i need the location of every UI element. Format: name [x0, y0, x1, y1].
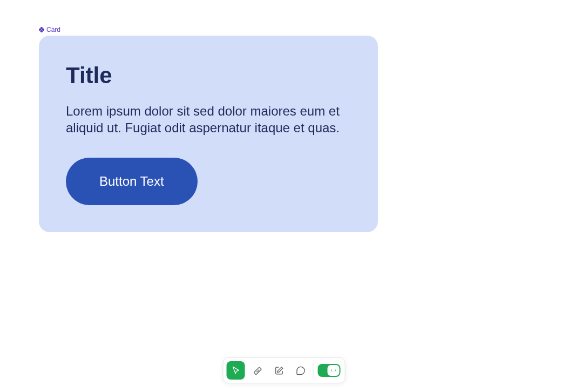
component-label[interactable]: Card: [39, 26, 529, 33]
component-label-text: Card: [46, 26, 60, 33]
comment-tool[interactable]: [292, 361, 310, 380]
svg-line-5: [256, 371, 257, 372]
measure-tool[interactable]: [248, 361, 267, 380]
toolbar-divider: [313, 363, 314, 378]
code-icon: [330, 367, 337, 374]
component-icon: [39, 27, 44, 32]
pencil-square-icon: [274, 366, 284, 376]
svg-line-7: [258, 369, 259, 370]
dev-mode-toggle[interactable]: [318, 364, 341, 377]
toolbar: [223, 357, 346, 383]
toggle-knob: [328, 365, 340, 376]
card-body: Lorem ipsum dolor sit sed dolor maiores …: [66, 103, 351, 136]
card-button[interactable]: Button Text: [66, 158, 198, 205]
cursor-icon: [231, 366, 241, 376]
edit-tool[interactable]: [270, 361, 288, 380]
chat-icon: [295, 366, 306, 376]
card-title: Title: [66, 63, 351, 89]
ruler-icon: [252, 366, 262, 376]
card[interactable]: Title Lorem ipsum dolor sit sed dolor ma…: [39, 36, 378, 232]
select-tool[interactable]: [227, 361, 245, 380]
svg-line-6: [257, 370, 258, 371]
